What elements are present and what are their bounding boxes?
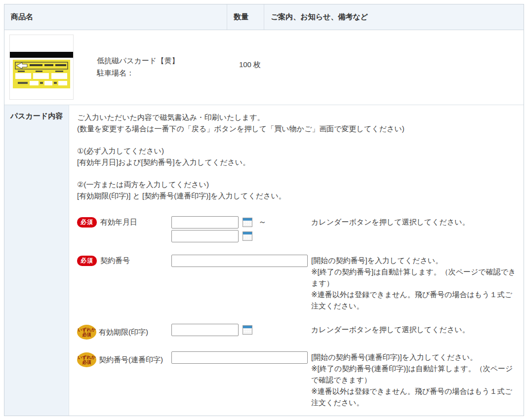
section-title: パスカード内容: [4, 105, 69, 416]
product-name: 低抗磁パスカード【黄】: [97, 54, 179, 67]
contract-no-hint-1: [開始の契約番号]を入力してください。: [311, 255, 519, 266]
step2-line-2: [有効期限(印字)] と [契約番号(連番印字)]を入力してください。: [77, 190, 519, 201]
calendar-icon: [243, 218, 252, 227]
product-parking-label: 駐車場名：: [97, 67, 179, 79]
column-header-info: ご案内、お知らせ、備考など: [264, 4, 524, 30]
contract-no-print-label: 契約番号(連番印字): [99, 355, 163, 365]
date-range-separator: ～: [258, 218, 266, 226]
passcard-content-row: パスカード内容 ご入力いただいた内容で磁気書込み・印刷いたします。 (数量を変更…: [4, 105, 524, 416]
passcard-content-cell: ご入力いただいた内容で磁気書込み・印刷いたします。 (数量を変更する場合は一番下…: [69, 105, 524, 416]
product-thumbnail: [9, 35, 74, 100]
form-row-contract-no-print: いずれか 必須 契約番号(連番印字) [開始の契約番号(連番印字)]を入力してく…: [77, 351, 519, 408]
order-detail-table: 商品名 数量 ご案内、お知らせ、備考など: [4, 4, 524, 416]
expiry-print-input[interactable]: [171, 324, 239, 336]
calendar-icon: [243, 325, 252, 335]
required-badge: 必須: [77, 217, 97, 228]
expiry-print-label: 有効期限(印字): [99, 328, 148, 337]
either-required-line1: いずれか: [78, 327, 96, 332]
contract-no-print-hint-2: ※[終了の契約番号(連番印字)]は自動計算します。（次ページで確認できます）: [311, 363, 519, 385]
expiry-print-hint: カレンダーボタンを押して選択してください。: [311, 324, 519, 335]
form-row-expiry-print: いずれか 必須 有効期限(印字): [77, 324, 519, 340]
form-row-valid-date: 必須 有効年月日: [77, 216, 519, 244]
step1-line-2: [有効年月日]および[契約番号]を入力してください。: [77, 156, 519, 168]
contract-no-print-input[interactable]: [171, 351, 308, 364]
pass-card-image: [10, 35, 73, 99]
intro-line-1: ご入力いただいた内容で磁気書込み・印刷いたします。: [77, 112, 519, 123]
either-required-line2: 必須: [82, 332, 91, 337]
contract-no-print-hint-3: ※連番以外は登録できません。飛び番号の場合はもう１式ご注文ください。: [311, 385, 519, 408]
contract-no-hint-3: ※連番以外は登録できません。飛び番号の場合はもう１式ご注文ください。: [311, 289, 519, 311]
step2-line-1: ②(一方または両方を入力してください): [77, 179, 519, 190]
valid-date-hint: カレンダーボタンを押して選択してください。: [311, 216, 519, 228]
passcard-form: 必須 有効年月日: [77, 216, 519, 408]
product-quantity: 100 枚: [228, 60, 272, 70]
column-header-product: 商品名: [4, 4, 227, 30]
table-header-row: 商品名 数量 ご案内、お知らせ、備考など: [4, 4, 524, 30]
either-required-badge: いずれか 必須: [77, 325, 96, 340]
calendar-icon: [243, 231, 252, 241]
intro-line-2: (数量を変更する場合は一番下の「戻る」ボタンを押して「買い物かご」画面で変更して…: [77, 123, 519, 134]
contract-no-hint-2: ※[終了の契約番号]は自動計算します。（次ページで確認できます）: [311, 266, 519, 289]
contract-no-print-hint-1: [開始の契約番号(連番印字)]を入力してください。: [311, 351, 519, 363]
valid-date-to-input[interactable]: [171, 230, 239, 242]
contract-no-input[interactable]: [171, 255, 308, 267]
valid-date-from-input[interactable]: [171, 216, 239, 229]
either-required-line2: 必須: [82, 360, 91, 365]
calendar-button-to[interactable]: [243, 231, 252, 241]
calendar-button-expiry[interactable]: [243, 325, 252, 335]
product-row: 低抗磁パスカード【黄】 駐車場名： 100 枚: [4, 30, 524, 105]
step1-line-1: ①(必ず入力してください): [77, 145, 519, 156]
form-row-contract-no: 必須 契約番号 [開始の契約番号]を入力してください。 ※[終了の契約番号]は自…: [77, 255, 519, 311]
required-badge: 必須: [77, 256, 97, 266]
either-required-badge: いずれか 必須: [77, 352, 96, 367]
valid-date-label: 有効年月日: [100, 218, 137, 227]
calendar-button-from[interactable]: [243, 218, 252, 227]
product-description: 低抗磁パスカード【黄】 駐車場名：: [97, 54, 179, 79]
column-header-quantity: 数量: [227, 4, 264, 30]
either-required-line1: いずれか: [78, 355, 96, 360]
contract-no-label: 契約番号: [100, 256, 130, 266]
